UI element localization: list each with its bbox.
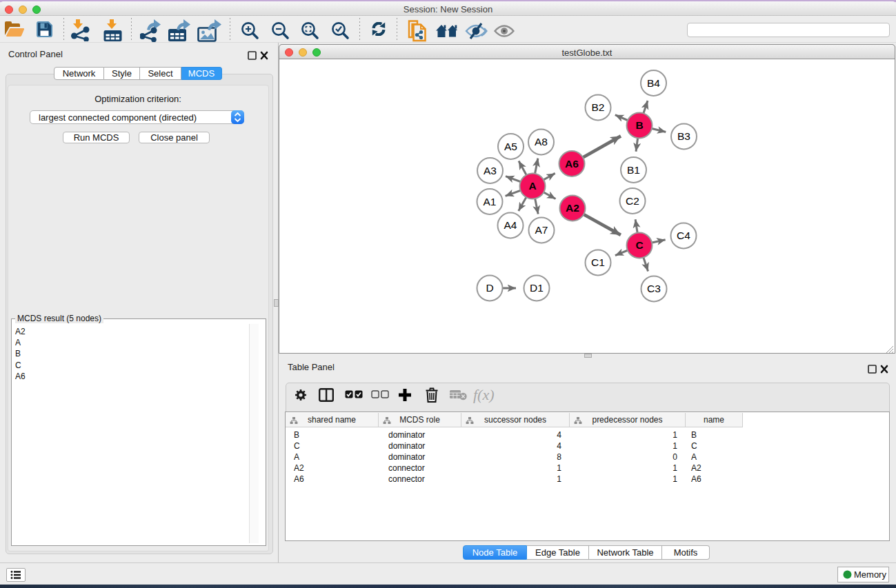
svg-text:C3: C3 — [647, 283, 661, 294]
svg-text:C1: C1 — [591, 256, 605, 268]
svg-text:C4: C4 — [677, 230, 690, 241]
svg-text:A3: A3 — [484, 165, 497, 176]
svg-text:A7: A7 — [535, 224, 548, 236]
svg-text:D: D — [486, 282, 493, 294]
svg-text:A6: A6 — [565, 158, 579, 170]
svg-text:D1: D1 — [530, 282, 544, 294]
svg-text:B: B — [635, 119, 643, 131]
svg-text:A1: A1 — [484, 196, 497, 207]
svg-text:B1: B1 — [627, 164, 640, 176]
svg-text:B4: B4 — [647, 77, 660, 89]
svg-text:A5: A5 — [504, 141, 517, 152]
svg-text:A4: A4 — [504, 219, 517, 231]
svg-text:A8: A8 — [535, 136, 548, 148]
svg-text:B2: B2 — [592, 101, 605, 113]
svg-text:B3: B3 — [677, 130, 690, 142]
svg-text:A2: A2 — [566, 202, 579, 214]
svg-text:A: A — [528, 180, 536, 192]
svg-text:C: C — [635, 239, 643, 251]
svg-text:C2: C2 — [626, 195, 639, 207]
